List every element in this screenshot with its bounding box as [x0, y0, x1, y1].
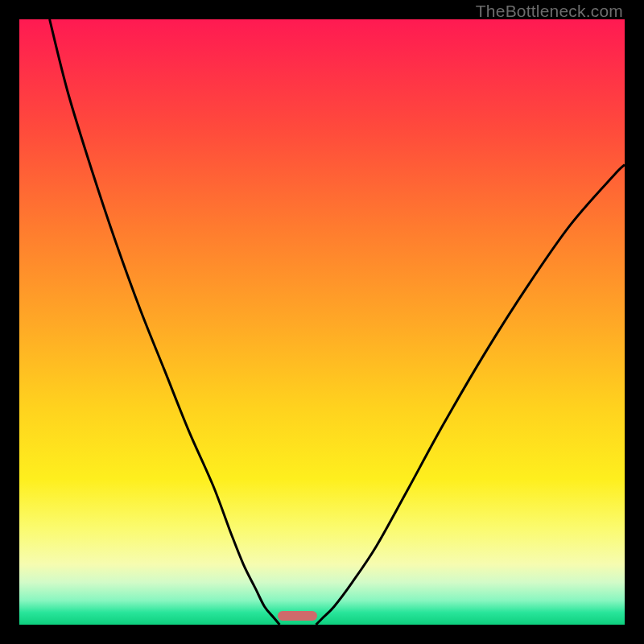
right-branch-curve [316, 164, 625, 625]
plot-area [19, 19, 625, 625]
chart-frame: TheBottleneck.com [0, 0, 644, 644]
left-branch-curve [50, 19, 280, 625]
watermark-label: TheBottleneck.com [476, 2, 623, 21]
bottleneck-marker [278, 611, 317, 621]
curve-layer [19, 19, 625, 625]
